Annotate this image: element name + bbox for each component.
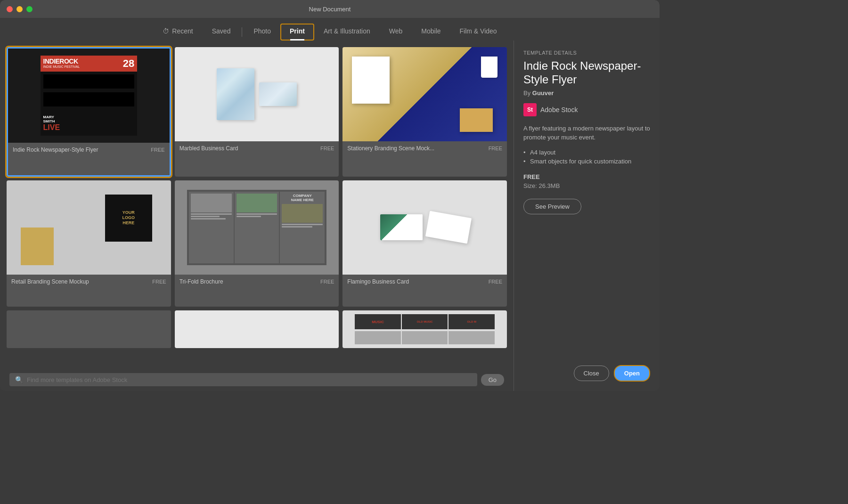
open-button[interactable]: Open xyxy=(614,365,650,382)
template-label-flamingo: Flamingo Business Card FREE xyxy=(342,275,507,289)
tab-saved[interactable]: Saved xyxy=(203,24,240,41)
search-bar: 🔍 Go xyxy=(5,368,509,391)
tab-film-video[interactable]: Film & Video xyxy=(450,24,506,41)
template-thumb-marbled xyxy=(175,47,339,141)
template-card-retail[interactable]: YOURLOGOHERE Retail Branding Scene Mocku… xyxy=(7,180,171,307)
template-label-stationery: Stationery Branding Scene Mock... FREE xyxy=(342,141,507,155)
sidebar-bullet-2: Smart objects for quick customization xyxy=(523,157,650,166)
preview-button[interactable]: See Preview xyxy=(523,199,581,214)
adobe-stock-label: Adobe Stock xyxy=(540,106,578,114)
template-card-stationery[interactable]: Stationery Branding Scene Mock... FREE xyxy=(342,47,507,177)
template-grid: INDIEROCK INDIE MUSIC FESTIVAL 28 xyxy=(5,45,509,368)
template-card-indie-rock[interactable]: INDIEROCK INDIE MUSIC FESTIVAL 28 xyxy=(7,47,171,177)
template-badge-indie-rock: FREE xyxy=(151,147,164,153)
sidebar-description: A flyer featuring a modern newspaper lay… xyxy=(523,124,650,142)
nav-tabs: ⏱ Recent Saved Photo Print Art & Illustr… xyxy=(0,18,660,41)
tab-print[interactable]: Print xyxy=(280,24,314,41)
tab-web[interactable]: Web xyxy=(380,24,412,41)
title-bar: New Document xyxy=(0,0,660,18)
template-card-flamingo[interactable]: Flamingo Business Card FREE xyxy=(342,180,507,307)
tab-recent[interactable]: ⏱ Recent xyxy=(153,24,202,41)
main-content: INDIEROCK INDIE MUSIC FESTIVAL 28 xyxy=(0,41,660,391)
template-thumb-partial2 xyxy=(175,310,339,348)
template-badge-stationery: FREE xyxy=(489,146,502,151)
search-input[interactable] xyxy=(27,376,472,383)
nav-divider xyxy=(242,27,242,37)
template-grid-area: INDIEROCK INDIE MUSIC FESTIVAL 28 xyxy=(0,41,514,391)
template-thumb-flamingo xyxy=(342,180,507,275)
template-name-brochure: Tri-Fold Brochure xyxy=(179,278,223,285)
new-document-window: New Document ⏱ Recent Saved Photo Print … xyxy=(0,0,660,391)
tab-art-illustration[interactable]: Art & Illustration xyxy=(314,24,380,41)
sidebar-author: By Guuver xyxy=(523,89,650,97)
template-card-partial1[interactable] xyxy=(7,310,171,348)
window-title: New Document xyxy=(309,6,351,13)
sidebar-price: FREE xyxy=(523,173,650,180)
search-icon: 🔍 xyxy=(15,376,23,383)
sidebar: TEMPLATE DETAILS Indie Rock Newspaper-St… xyxy=(514,41,660,391)
indie-rock-thumbnail: INDIEROCK INDIE MUSIC FESTIVAL 28 xyxy=(8,49,170,143)
sidebar-section-label: TEMPLATE DETAILS xyxy=(523,50,650,56)
close-window-button[interactable] xyxy=(7,6,13,12)
template-card-partial3[interactable]: MUSIC OLD MUSIC xyxy=(342,310,507,348)
template-card-brochure[interactable]: COMPANYNAME HERE Tri-F xyxy=(175,180,339,307)
template-thumb-partial3: MUSIC OLD MUSIC xyxy=(342,310,507,348)
template-label-indie-rock: Indie Rock Newspaper-Style Flyer FREE xyxy=(8,143,170,157)
template-badge-brochure: FREE xyxy=(320,279,334,285)
template-label-marbled: Marbled Business Card FREE xyxy=(175,141,339,155)
maximize-window-button[interactable] xyxy=(26,6,33,12)
template-name-indie-rock: Indie Rock Newspaper-Style Flyer xyxy=(13,146,98,153)
tab-photo[interactable]: Photo xyxy=(244,24,280,41)
search-input-container: 🔍 xyxy=(9,373,477,386)
adobe-stock-badge: St Adobe Stock xyxy=(523,103,650,116)
template-thumb-retail: YOURLOGOHERE xyxy=(7,180,171,275)
template-name-retail: Retail Branding Scene Mockup xyxy=(11,278,89,285)
clock-icon: ⏱ xyxy=(163,27,169,35)
template-card-marbled[interactable]: Marbled Business Card FREE xyxy=(175,47,339,177)
template-card-partial2[interactable] xyxy=(175,310,339,348)
sidebar-size: Size: 26.3MB xyxy=(523,182,650,189)
sidebar-footer: Close Open xyxy=(523,365,650,382)
minimize-window-button[interactable] xyxy=(16,6,23,12)
template-name-marbled: Marbled Business Card xyxy=(179,145,238,152)
template-badge-flamingo: FREE xyxy=(489,279,502,285)
template-badge-marbled: FREE xyxy=(320,146,334,151)
go-button[interactable]: Go xyxy=(481,374,504,386)
template-thumb-brochure: COMPANYNAME HERE xyxy=(175,180,339,275)
template-thumb-partial1 xyxy=(7,310,171,348)
template-thumb-indie-rock: INDIEROCK INDIE MUSIC FESTIVAL 28 xyxy=(8,49,170,143)
sidebar-bullet-1: A4 layout xyxy=(523,148,650,157)
template-name-stationery: Stationery Branding Scene Mock... xyxy=(347,145,434,152)
st-badge: St xyxy=(523,103,537,116)
template-badge-retail: FREE xyxy=(152,279,166,285)
sidebar-template-title: Indie Rock Newspaper-Style Flyer xyxy=(523,59,650,87)
template-name-flamingo: Flamingo Business Card xyxy=(347,278,409,285)
template-label-brochure: Tri-Fold Brochure FREE xyxy=(175,275,339,289)
sidebar-bullets: A4 layout Smart objects for quick custom… xyxy=(523,148,650,166)
template-label-retail: Retail Branding Scene Mockup FREE xyxy=(7,275,171,289)
template-thumb-stationery xyxy=(342,47,507,141)
close-button[interactable]: Close xyxy=(574,366,609,381)
traffic-lights xyxy=(7,6,33,12)
tab-mobile[interactable]: Mobile xyxy=(412,24,450,41)
